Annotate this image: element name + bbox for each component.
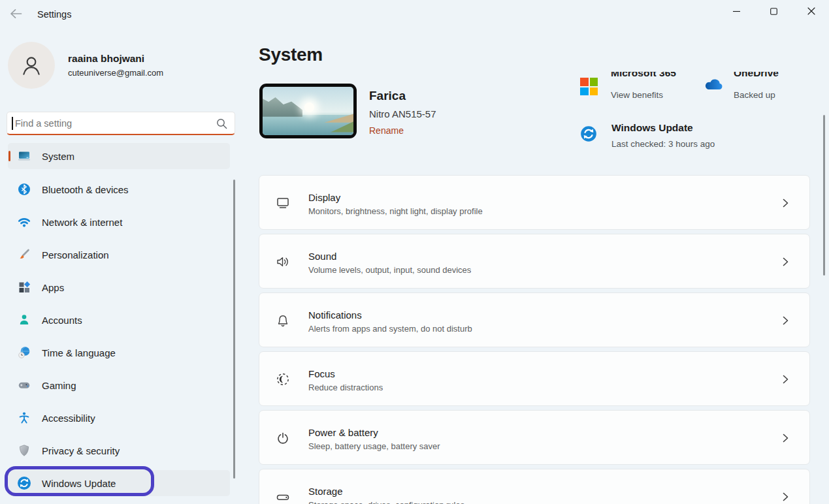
search-icon <box>216 118 227 132</box>
device-wallpaper <box>263 87 353 135</box>
storage-icon <box>275 489 291 504</box>
network-icon <box>17 215 31 229</box>
user-name: raaina bhojwani <box>68 53 144 65</box>
card-focus[interactable]: Focus Reduce distractions <box>259 351 810 406</box>
settings-window: { "titlebar": { "title": "Settings" }, "… <box>0 0 829 504</box>
sidebar-item-label: Windows Update <box>42 478 116 489</box>
sidebar-item-system[interactable]: System <box>8 143 230 169</box>
windows-update-status-title[interactable]: Windows Update <box>611 122 693 134</box>
minimize-button[interactable] <box>725 3 747 20</box>
search-input[interactable] <box>15 114 204 133</box>
maximize-icon <box>770 8 777 15</box>
sidebar-item-bluetooth-devices[interactable]: Bluetooth & devices <box>8 176 230 202</box>
chevron-right-icon <box>779 432 791 447</box>
search-box[interactable] <box>7 112 235 135</box>
sidebar-scrollbar-thumb[interactable] <box>233 180 235 479</box>
text-caret <box>12 117 13 130</box>
sidebar-item-label: Gaming <box>42 380 76 391</box>
personalization-icon <box>17 247 31 262</box>
sidebar-item-label: Bluetooth & devices <box>42 184 129 195</box>
rename-link[interactable]: Rename <box>369 125 404 136</box>
sidebar-item-label: Accessibility <box>42 413 95 424</box>
sidebar-item-label: Privacy & security <box>42 445 120 456</box>
onedrive-icon <box>703 77 724 94</box>
person-icon <box>20 54 43 77</box>
microsoft365-subtitle[interactable]: View benefits <box>611 90 663 100</box>
selection-indicator <box>8 151 10 161</box>
display-icon <box>275 195 291 213</box>
card-subtitle: Storage space, drives, configuration rul… <box>308 500 464 504</box>
device-model: Nitro AN515-57 <box>369 108 436 119</box>
sidebar-item-gaming[interactable]: Gaming <box>8 372 230 398</box>
card-title: Display <box>308 192 340 203</box>
sidebar-item-network-internet[interactable]: Network & internet <box>8 209 230 235</box>
sidebar-item-label: Accounts <box>42 315 82 326</box>
card-title: Notifications <box>308 309 362 321</box>
sidebar-item-privacy-security[interactable]: Privacy & security <box>8 437 230 464</box>
app-title: Settings <box>37 9 71 20</box>
card-subtitle: Alerts from apps and system, do not dist… <box>308 324 472 334</box>
status-area: Microsoft 365 View benefits OneDrive Bac… <box>575 72 797 155</box>
time-language-icon <box>17 345 31 360</box>
sidebar-item-accounts[interactable]: Accounts <box>8 307 230 333</box>
chevron-right-icon <box>779 197 791 212</box>
device-thumbnail <box>259 84 357 138</box>
card-subtitle: Reduce distractions <box>308 383 383 392</box>
microsoft365-title[interactable]: Microsoft 365 <box>611 72 676 79</box>
apps-icon <box>17 280 31 294</box>
privacy-security-icon <box>17 443 31 458</box>
system-icon <box>17 149 31 163</box>
chevron-right-icon <box>779 256 791 270</box>
onedrive-title[interactable]: OneDrive <box>734 72 779 79</box>
page-title: System <box>259 44 323 65</box>
close-icon <box>807 7 815 15</box>
card-storage[interactable]: Storage Storage space, drives, configura… <box>259 469 810 504</box>
sidebar-item-accessibility[interactable]: Accessibility <box>8 405 230 431</box>
back-button[interactable] <box>8 8 23 20</box>
close-button[interactable] <box>800 3 822 20</box>
card-notifications[interactable]: Notifications Alerts from apps and syste… <box>259 292 810 347</box>
sidebar-item-windows-update[interactable]: Windows Update <box>8 470 230 496</box>
sound-icon <box>275 254 291 272</box>
card-title: Power & battery <box>308 427 378 438</box>
card-sound[interactable]: Sound Volume levels, output, input, soun… <box>259 234 810 289</box>
windows-update-status-subtitle[interactable]: Last checked: 3 hours ago <box>611 139 715 149</box>
sidebar-item-time-language[interactable]: Time & language <box>8 339 230 366</box>
device-name: Farica <box>369 89 406 103</box>
maximize-button[interactable] <box>762 3 785 20</box>
accounts-icon <box>17 313 31 327</box>
microsoft-logo-icon <box>580 78 598 95</box>
chevron-right-icon <box>779 315 791 329</box>
power-battery-icon <box>275 430 291 449</box>
sidebar-item-personalization[interactable]: Personalization <box>8 242 230 268</box>
sidebar-item-label: Apps <box>42 282 64 293</box>
card-title: Sound <box>308 251 336 262</box>
sidebar-item-label: Time & language <box>42 347 116 358</box>
onedrive-subtitle[interactable]: Backed up <box>734 90 775 100</box>
card-title: Storage <box>308 486 343 497</box>
sidebar-item-label: Network & internet <box>42 217 122 228</box>
card-subtitle: Monitors, brightness, night light, displ… <box>308 206 483 216</box>
windows-update-icon <box>17 476 31 490</box>
main-scrollbar-thumb[interactable] <box>823 115 825 276</box>
accessibility-icon <box>17 411 31 425</box>
chevron-right-icon <box>779 491 791 504</box>
sidebar-item-apps[interactable]: Apps <box>8 274 230 300</box>
bluetooth-icon <box>17 182 31 197</box>
avatar <box>8 42 55 89</box>
gaming-icon <box>17 378 31 392</box>
notifications-icon <box>275 313 291 331</box>
card-subtitle: Sleep, battery usage, battery saver <box>308 441 440 451</box>
focus-icon <box>275 371 291 390</box>
card-subtitle: Volume levels, output, input, sound devi… <box>308 265 471 275</box>
minimize-icon <box>733 8 740 15</box>
card-power-battery[interactable]: Power & battery Sleep, battery usage, ba… <box>259 410 810 465</box>
windows-update-status-icon <box>580 125 597 145</box>
chevron-right-icon <box>779 373 791 388</box>
sidebar-item-label: System <box>42 151 74 162</box>
card-title: Focus <box>308 368 335 379</box>
card-display[interactable]: Display Monitors, brightness, night ligh… <box>259 175 810 230</box>
sidebar-item-label: Personalization <box>42 249 109 260</box>
user-email: cuteuniverse@gmail.com <box>68 68 163 78</box>
